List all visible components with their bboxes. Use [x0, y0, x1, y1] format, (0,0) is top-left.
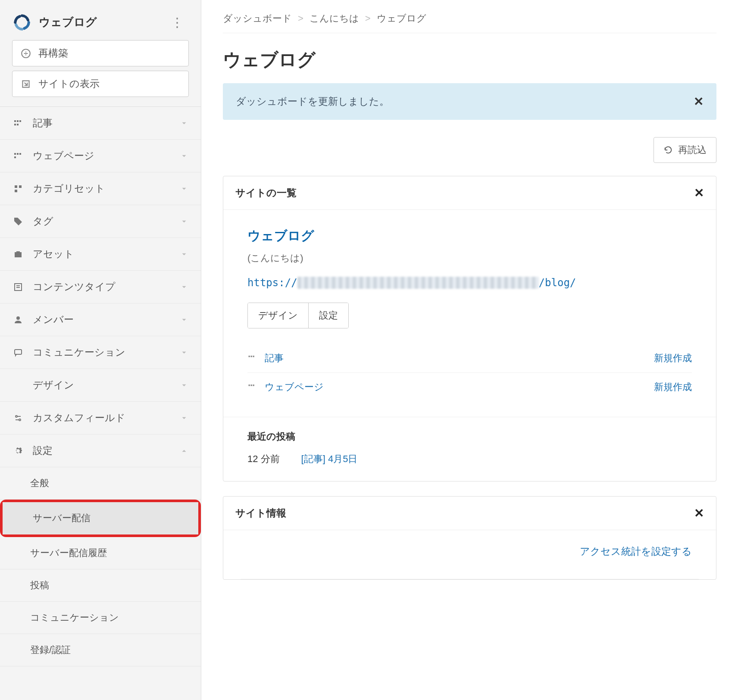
sub-server-sync-history[interactable]: サーバー配信履歴 — [0, 537, 201, 569]
nav-assets[interactable]: アセット — [0, 238, 201, 271]
nav-categories[interactable]: カテゴリセット — [0, 172, 201, 205]
svg-rect-19 — [253, 356, 254, 357]
new-entry-link[interactable]: 新規作成 — [654, 352, 692, 365]
chevron-down-icon — [180, 316, 188, 324]
nav-webpages[interactable]: ウェブページ — [0, 140, 201, 172]
svg-rect-4 — [14, 124, 16, 125]
configure-stats-link[interactable]: アクセス統計を設定する — [580, 546, 692, 557]
svg-point-15 — [16, 416, 17, 417]
tag-icon — [13, 216, 23, 227]
breadcrumb-dashboard[interactable]: ダッシュボード — [223, 12, 292, 25]
svg-rect-3 — [19, 120, 21, 122]
svg-rect-11 — [16, 251, 20, 253]
sidebar-header: ウェブログ ⋮ — [0, 0, 201, 40]
breadcrumb: ダッシュボード > こんにちは > ウェブログ — [223, 12, 716, 33]
svg-rect-9 — [14, 156, 16, 158]
divider — [241, 579, 699, 579]
reload-label: 再読込 — [678, 144, 707, 156]
nav-members[interactable]: メンバー — [0, 303, 201, 336]
entries-icon — [247, 354, 256, 362]
url-redacted — [297, 277, 539, 289]
svg-point-13 — [16, 316, 20, 320]
sub-registration[interactable]: 登録/認証 — [0, 634, 201, 666]
site-list-card: サイトの一覧 ✕ ウェブログ (こんにちは) https:// /blog/ デ… — [223, 176, 716, 481]
recent-posts: 最近の投稿 12 分前 [記事] 4月5日 — [223, 417, 716, 481]
svg-rect-17 — [249, 356, 250, 357]
site-button-group: デザイン 設定 — [247, 303, 349, 328]
site-url[interactable]: https:// /blog/ — [247, 277, 692, 289]
recent-title: 最近の投稿 — [247, 430, 692, 443]
svg-rect-18 — [251, 356, 252, 357]
row-entries: 記事 新規作成 — [247, 344, 692, 373]
recent-time: 12 分前 — [247, 453, 280, 466]
sub-communication[interactable]: コミュニケーション — [0, 602, 201, 634]
new-webpage-link[interactable]: 新規作成 — [654, 381, 692, 394]
sub-compose[interactable]: 投稿 — [0, 569, 201, 602]
view-site-label: サイトの表示 — [38, 77, 100, 91]
close-icon[interactable]: ✕ — [694, 186, 704, 200]
svg-rect-1 — [14, 120, 16, 122]
alert-success: ダッシュボードを更新しました。 ✕ — [223, 83, 716, 120]
svg-rect-14 — [15, 350, 22, 354]
gear-icon — [13, 446, 23, 456]
nav-settings[interactable]: 設定 — [0, 434, 201, 467]
sub-general[interactable]: 全般 — [0, 467, 201, 500]
view-site-button[interactable]: サイトの表示 — [12, 71, 189, 97]
nav-entries[interactable]: 記事 — [0, 107, 201, 140]
kebab-menu-icon[interactable]: ⋮ — [166, 12, 188, 32]
recent-entry-link[interactable]: 4月5日 — [328, 453, 357, 464]
reload-icon — [663, 145, 673, 155]
sidebar-actions: 再構築 サイトの表示 — [0, 40, 201, 106]
webpages-icon — [247, 383, 256, 391]
custom-field-icon — [13, 413, 23, 423]
design-button[interactable]: デザイン — [248, 303, 308, 328]
entries-link[interactable]: 記事 — [265, 352, 284, 365]
nav-design[interactable]: デザイン — [0, 369, 201, 402]
sidebar-nav: 記事 ウェブページ カテゴリセット — [0, 106, 201, 666]
asset-icon — [13, 249, 23, 259]
close-icon[interactable]: ✕ — [694, 506, 704, 520]
member-icon — [13, 315, 23, 325]
alert-close-icon[interactable]: ✕ — [694, 94, 704, 109]
nav-custom-fields[interactable]: カスタムフィールド — [0, 402, 201, 434]
chevron-down-icon — [180, 349, 188, 356]
webpages-link[interactable]: ウェブページ — [265, 381, 324, 394]
svg-rect-20 — [249, 384, 250, 386]
recent-row: 12 分前 [記事] 4月5日 — [247, 453, 692, 466]
nav-communication[interactable]: コミュニケーション — [0, 336, 201, 369]
svg-rect-7 — [17, 153, 19, 155]
recent-type-link[interactable]: [記事] — [301, 453, 325, 464]
sub-server-sync[interactable]: サーバー配信 — [3, 502, 198, 534]
svg-rect-5 — [17, 124, 19, 125]
card-body: ウェブログ (こんにちは) https:// /blog/ デザイン 設定 記事 — [223, 210, 716, 417]
chevron-down-icon — [180, 250, 188, 258]
svg-rect-10 — [15, 252, 22, 257]
page-title: ウェブログ — [223, 48, 716, 72]
reload-row: 再読込 — [223, 137, 716, 163]
breadcrumb-sep: > — [298, 13, 303, 24]
nav-content-types[interactable]: コンテンツタイプ — [0, 271, 201, 303]
rebuild-button[interactable]: 再構築 — [12, 40, 189, 66]
breadcrumb-site[interactable]: こんにちは — [310, 12, 359, 25]
card-head: サイト情報 ✕ — [223, 497, 716, 530]
nav-tags[interactable]: タグ — [0, 205, 201, 238]
entries-icon — [13, 118, 23, 128]
svg-rect-6 — [14, 153, 16, 155]
site-name-link[interactable]: ウェブログ — [247, 227, 692, 245]
site-parent: (こんにちは) — [247, 252, 692, 265]
reload-button[interactable]: 再読込 — [654, 137, 716, 163]
svg-point-16 — [19, 419, 21, 421]
card-body: アクセス統計を設定する — [223, 530, 716, 567]
sidebar: ウェブログ ⋮ 再構築 サイトの表示 記事 — [0, 0, 201, 700]
alert-text: ダッシュボードを更新しました。 — [236, 95, 389, 108]
rebuild-icon — [20, 48, 31, 59]
chat-icon — [13, 347, 23, 358]
rebuild-label: 再構築 — [38, 47, 68, 60]
category-icon — [13, 184, 23, 194]
chevron-down-icon — [180, 119, 188, 127]
chevron-down-icon — [180, 414, 188, 422]
svg-rect-2 — [17, 120, 19, 122]
settings-button[interactable]: 設定 — [308, 303, 348, 328]
highlight-box: サーバー配信 — [0, 500, 201, 537]
breadcrumb-sep: > — [365, 13, 371, 24]
